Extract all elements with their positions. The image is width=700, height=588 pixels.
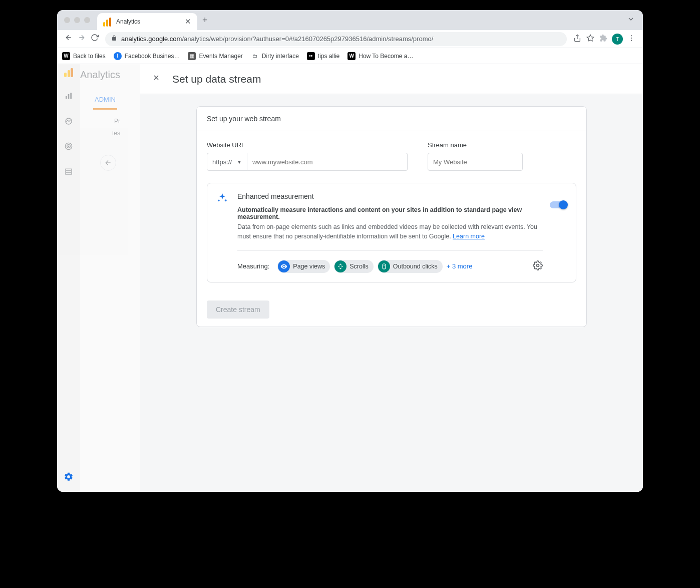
- website-url-label: Website URL: [207, 141, 408, 149]
- bookmark-icon: W: [62, 52, 70, 60]
- admin-tab[interactable]: ADMIN: [93, 96, 117, 110]
- reload-button[interactable]: [88, 34, 101, 44]
- browser-window: Analytics ✕ + analytics.google.com/analy…: [57, 10, 643, 492]
- enhanced-measurement-block: Enhanced measurement Automatically measu…: [207, 183, 576, 282]
- events-icon: ▦: [188, 52, 196, 60]
- svg-rect-16: [66, 173, 72, 174]
- ga-background-panel: Analytics ADMIN Pr tes: [80, 64, 140, 492]
- admin-gear-icon[interactable]: [57, 472, 80, 484]
- lock-icon: [111, 35, 117, 43]
- svg-rect-15: [66, 171, 72, 172]
- bookmarks-bar: W Back to files f Facebook Busines… ▦ Ev…: [57, 48, 643, 64]
- back-button[interactable]: [62, 34, 75, 44]
- extensions-icon[interactable]: [597, 34, 610, 44]
- forward-button[interactable]: [75, 34, 88, 44]
- url-domain: analytics.google.com: [121, 35, 182, 43]
- new-tab-button[interactable]: +: [202, 15, 208, 26]
- create-stream-button[interactable]: Create stream: [207, 301, 269, 319]
- url-path: /analytics/web/provision/?authuser=0#/a2…: [182, 35, 433, 43]
- website-url-input[interactable]: [247, 153, 408, 171]
- svg-point-13: [68, 146, 69, 146]
- bookmark-label: Events Manager: [199, 53, 242, 60]
- stream-name-label: Stream name: [428, 141, 576, 149]
- svg-rect-14: [66, 169, 72, 170]
- svg-point-22: [537, 264, 539, 266]
- enhanced-desc-bold: Automatically measure interactions and c…: [237, 206, 543, 220]
- form-row: Website URL https:// ▼: [207, 141, 576, 171]
- svg-rect-8: [68, 94, 70, 99]
- bookmark-label: Dirty interface: [262, 53, 299, 60]
- bookmark-label: tips allie: [318, 53, 339, 60]
- bookmark-tips[interactable]: •• tips allie: [307, 52, 339, 60]
- ga-left-rail: [57, 64, 80, 492]
- bookmark-label: Facebook Busines…: [125, 53, 180, 60]
- bookmark-events[interactable]: ▦ Events Manager: [188, 52, 242, 60]
- bookmark-howto[interactable]: W How To Become a…: [347, 52, 413, 60]
- maximize-window-icon[interactable]: [84, 17, 90, 23]
- enhanced-desc-sub: Data from on-page elements such as links…: [237, 222, 543, 241]
- ga-logo-icon: [64, 68, 73, 77]
- sparkle-icon: [216, 192, 230, 273]
- enhanced-title: Enhanced measurement: [237, 192, 543, 200]
- card-heading: Set up your web stream: [197, 107, 586, 131]
- chip-page-views: Page views: [277, 260, 330, 273]
- scroll-icon: [334, 260, 346, 272]
- svg-point-6: [631, 40, 632, 41]
- enhanced-toggle[interactable]: [550, 201, 567, 208]
- address-field[interactable]: analytics.google.com/analytics/web/provi…: [105, 32, 567, 46]
- titlebar: Analytics ✕ +: [57, 10, 643, 30]
- url-bar: analytics.google.com/analytics/web/provi…: [57, 30, 643, 48]
- more-chips-link[interactable]: + 3 more: [447, 262, 473, 270]
- browser-tab[interactable]: Analytics ✕: [97, 13, 197, 30]
- page-title: Set up data stream: [172, 73, 261, 85]
- mouse-icon: [378, 260, 390, 272]
- bookmark-label: How To Become a…: [359, 53, 413, 60]
- page-body: Set up your web stream Website URL https…: [140, 94, 643, 492]
- eye-icon: [278, 260, 290, 272]
- svg-rect-7: [66, 96, 67, 99]
- chip-scrolls: Scrolls: [334, 260, 374, 273]
- bookmark-back-to-files[interactable]: W Back to files: [62, 52, 106, 60]
- product-label: Analytics: [80, 69, 140, 81]
- chevron-down-icon: ▼: [237, 159, 242, 165]
- measuring-row: Measuring: Page views Scrolls: [237, 260, 543, 273]
- back-arrow-button[interactable]: [100, 155, 116, 171]
- reports-icon[interactable]: [65, 92, 73, 102]
- gear-icon[interactable]: [533, 260, 543, 272]
- minimize-window-icon[interactable]: [74, 17, 80, 23]
- chip-label: Scrolls: [349, 263, 369, 270]
- svg-rect-9: [70, 93, 72, 99]
- window-controls: [64, 17, 90, 23]
- advertising-icon[interactable]: [65, 142, 73, 152]
- close-icon[interactable]: [152, 74, 160, 84]
- avatar[interactable]: T: [612, 34, 623, 45]
- star-icon[interactable]: [584, 34, 597, 44]
- close-tab-icon[interactable]: ✕: [185, 17, 191, 26]
- page-header: Set up data stream: [140, 64, 643, 94]
- bookmark-facebook[interactable]: f Facebook Busines…: [114, 52, 180, 60]
- chip-label: Outbound clicks: [393, 263, 438, 270]
- bookmark-label: Back to files: [73, 53, 106, 60]
- tabs-menu-icon[interactable]: [627, 15, 635, 25]
- kebab-menu-icon[interactable]: [625, 34, 638, 44]
- bg-text: Pr: [114, 118, 140, 125]
- learn-more-link[interactable]: Learn more: [453, 233, 485, 240]
- chip-label: Page views: [293, 263, 325, 270]
- ga-logo-icon: [103, 18, 111, 26]
- facebook-icon: f: [114, 52, 122, 60]
- svg-marker-3: [587, 35, 593, 41]
- share-icon[interactable]: [571, 34, 584, 44]
- svg-point-5: [631, 37, 632, 38]
- bookmark-dirty[interactable]: 🗀 Dirty interface: [251, 52, 299, 60]
- protocol-select[interactable]: https:// ▼: [207, 153, 247, 171]
- protocol-value: https://: [212, 158, 232, 166]
- overlay-page: Set up data stream Set up your web strea…: [140, 64, 643, 492]
- explore-icon[interactable]: [65, 117, 73, 127]
- bg-text: tes: [112, 130, 140, 137]
- stream-name-input[interactable]: [428, 153, 523, 171]
- close-window-icon[interactable]: [64, 17, 70, 23]
- measuring-label: Measuring:: [237, 262, 269, 270]
- configure-icon[interactable]: [65, 167, 73, 177]
- setup-card: Set up your web stream Website URL https…: [196, 106, 587, 327]
- medium-icon: ••: [307, 52, 315, 60]
